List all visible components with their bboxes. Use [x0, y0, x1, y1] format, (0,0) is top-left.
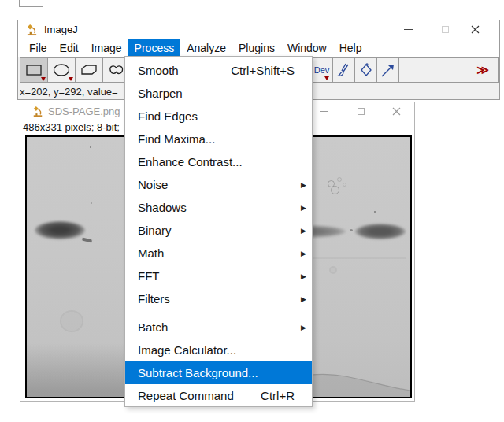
rectangle-tool[interactable] — [20, 57, 48, 83]
menu-item-label: Smooth — [138, 64, 231, 77]
partial-window-fragment — [19, 0, 43, 7]
rectangle-icon — [25, 64, 43, 76]
menu-item-image-calculator[interactable]: Image Calculator... — [125, 339, 312, 361]
brush-tool[interactable] — [332, 57, 355, 83]
menu-item-label: Image Calculator... — [138, 343, 304, 357]
window-title: ImageJ — [44, 24, 78, 35]
submenu-arrow-icon: ▶ — [301, 295, 306, 303]
menu-item-sharpen[interactable]: Sharpen — [125, 82, 312, 105]
menu-item-subtract-background[interactable]: Subtract Background... — [125, 361, 312, 384]
arrow-icon — [380, 61, 397, 79]
submenu-arrow-icon: ▶ — [301, 250, 306, 257]
close-icon — [471, 25, 480, 34]
brush-icon — [336, 61, 352, 79]
menu-item-label: Subtract Background... — [138, 366, 304, 379]
minimize-button[interactable] — [401, 23, 415, 36]
menu-item-binary[interactable]: Binary▶ — [125, 219, 312, 242]
process-menu: SmoothCtrl+Shift+SSharpenFind EdgesFind … — [124, 56, 313, 407]
close-icon — [392, 107, 401, 116]
menu-item-batch[interactable]: Batch▶ — [125, 316, 312, 339]
menu-item-math[interactable]: Math▶ — [125, 242, 312, 265]
gel-bubble — [337, 177, 342, 182]
menu-item-filters[interactable]: Filters▶ — [125, 287, 312, 310]
gel-band — [35, 221, 85, 239]
more-tools-button[interactable]: ≫ — [465, 57, 499, 83]
gel-bubble — [331, 186, 339, 194]
menubar-item-analyze[interactable]: Analyze — [180, 39, 232, 57]
menu-item-label: Math — [138, 246, 304, 260]
menu-item-label: Find Maxima... — [138, 132, 304, 146]
gel-band — [355, 224, 406, 239]
screen: ImageJ FileEditImageProcessAnalyzePlugin… — [0, 0, 504, 422]
gel-speck — [91, 202, 92, 204]
freehand-icon — [107, 63, 126, 77]
menu-item-find-maxima[interactable]: Find Maxima... — [125, 128, 312, 150]
menubar-item-process[interactable]: Process — [128, 39, 181, 57]
fill-tool[interactable] — [354, 57, 377, 83]
oval-icon — [52, 63, 71, 77]
gel-bubble — [343, 183, 346, 187]
menu-item-smooth[interactable]: SmoothCtrl+Shift+S — [125, 59, 312, 82]
menu-separator — [127, 313, 310, 313]
dev-tools-menu[interactable]: Dev — [310, 57, 333, 83]
dev-menu-label: Dev — [314, 66, 330, 74]
gel-faint-spot — [329, 266, 337, 274]
menubar-item-image[interactable]: Image — [85, 39, 128, 57]
menu-item-label: Shadows — [138, 201, 304, 214]
arrow-tool[interactable] — [376, 57, 399, 83]
maximize-icon — [442, 26, 449, 33]
maximize-icon — [358, 108, 365, 115]
menu-item-shadows[interactable]: Shadows▶ — [125, 196, 312, 219]
dev-caret-icon — [324, 76, 329, 80]
menu-bar: FileEditImageProcessAnalyzePluginsWindow… — [18, 39, 499, 57]
gel-shading — [27, 343, 135, 397]
menu-item-noise[interactable]: Noise▶ — [125, 173, 312, 196]
oval-tool[interactable] — [47, 57, 76, 83]
fill-bucket-icon — [358, 62, 374, 78]
menubar-item-window[interactable]: Window — [281, 39, 333, 57]
imagej-microscope-icon — [32, 106, 43, 117]
gel-faint-streak — [310, 257, 406, 259]
menu-item-find-edges[interactable]: Find Edges — [125, 105, 312, 128]
image-close-button[interactable] — [389, 105, 403, 118]
tool-options-caret-icon — [69, 77, 73, 81]
menu-item-fft[interactable]: FFT▶ — [125, 265, 312, 287]
menu-item-label: Enhance Contrast... — [138, 155, 304, 168]
menubar-item-file[interactable]: File — [23, 39, 54, 57]
menu-item-repeat-command[interactable]: Repeat CommandCtrl+R — [125, 384, 312, 407]
menu-item-label: Sharpen — [138, 87, 304, 100]
submenu-arrow-icon: ▶ — [301, 324, 306, 331]
empty-tool-slot[interactable] — [421, 57, 443, 83]
maximize-button[interactable] — [438, 23, 452, 36]
minimize-icon — [404, 29, 413, 30]
tool-options-caret-icon — [41, 77, 46, 81]
submenu-arrow-icon: ▶ — [301, 181, 306, 189]
menubar-item-help[interactable]: Help — [333, 39, 369, 57]
menubar-item-edit[interactable]: Edit — [54, 39, 85, 57]
submenu-arrow-icon: ▶ — [301, 204, 306, 212]
empty-tool-slot[interactable] — [443, 57, 465, 83]
menu-item-label: Repeat Command — [138, 389, 261, 402]
gel-faint-spot — [60, 310, 83, 332]
more-tools-chevron-icon: ≫ — [476, 63, 487, 77]
menu-item-enhance-contrast[interactable]: Enhance Contrast... — [125, 150, 312, 173]
process-menu-list: SmoothCtrl+Shift+SSharpenFind EdgesFind … — [125, 59, 312, 407]
image-minimize-button[interactable] — [317, 105, 331, 118]
menu-item-shortcut: Ctrl+R — [261, 389, 295, 402]
submenu-arrow-icon: ▶ — [301, 272, 306, 280]
menubar-item-plugins[interactable]: Plugins — [232, 39, 281, 57]
gel-speck — [350, 229, 353, 231]
main-titlebar[interactable]: ImageJ — [18, 20, 499, 39]
polygon-tool[interactable] — [75, 57, 103, 83]
menu-item-shortcut: Ctrl+Shift+S — [231, 64, 295, 77]
imagej-microscope-icon — [26, 24, 38, 36]
image-maximize-button[interactable] — [354, 105, 368, 118]
image-window-title: SDS-PAGE.png — [48, 106, 120, 117]
gel-speck — [90, 146, 91, 148]
empty-tool-slot[interactable] — [398, 57, 421, 83]
menu-item-label: Batch — [138, 320, 304, 334]
close-button[interactable] — [468, 23, 482, 36]
gel-band-tail — [82, 237, 93, 242]
image-info-text: 486x331 pixels; 8-bit; — [23, 121, 120, 133]
menu-item-label: Find Edges — [138, 109, 304, 123]
